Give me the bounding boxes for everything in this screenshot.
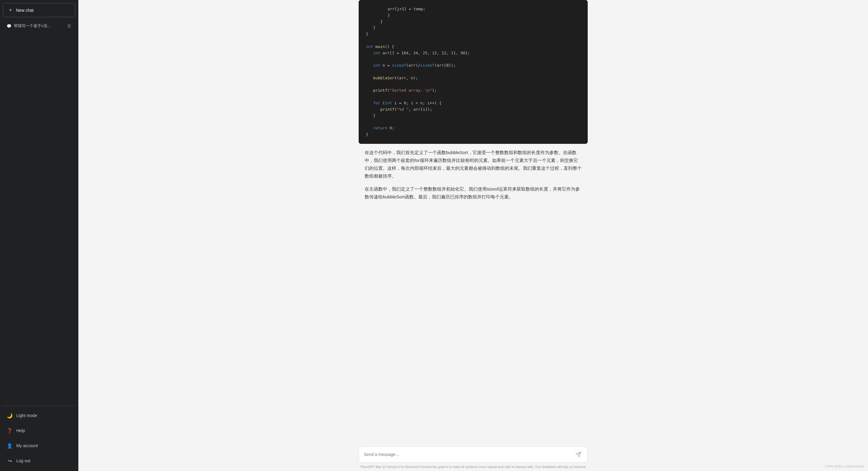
send-button[interactable]: [574, 450, 583, 459]
main-content: arr[j+1] = temp; } } } } int main() { in…: [79, 0, 868, 471]
moon-icon: 🌙: [7, 412, 13, 418]
input-box: [359, 446, 588, 463]
light-mode-item[interactable]: 🌙 Light mode: [3, 408, 75, 423]
code-pre: arr[j+1] = temp; } } } } int main() { in…: [359, 0, 588, 144]
light-mode-label: Light mode: [16, 413, 37, 418]
history-item-0[interactable]: 💬 帮我写一个基于c语... 🗑: [3, 20, 75, 32]
my-account-label: My account: [16, 443, 38, 448]
help-icon: ❓: [7, 428, 13, 434]
sidebar-divider: [3, 406, 75, 406]
explanation-p1: 在这个代码中，我们首先定义了一个函数bubbleSort，它接受一个整数数组和数…: [365, 149, 582, 180]
my-account-item[interactable]: 👤 My account: [3, 438, 75, 453]
message-input[interactable]: [364, 451, 574, 458]
explanation-p2: 在主函数中，我们定义了一个整数数组并初始化它。我们使用sizeof运算符来获取数…: [365, 185, 582, 201]
text-response: 在这个代码中，我们首先定义了一个函数bubbleSort，它接受一个整数数组和数…: [359, 149, 588, 201]
history-item-label-0: 帮我写一个基于c语...: [14, 23, 50, 29]
help-item[interactable]: ❓ Help: [3, 423, 75, 438]
logout-icon: ↪: [7, 458, 13, 464]
chat-history: 💬 帮我写一个基于c语... 🗑: [3, 20, 75, 32]
input-area: PlumGPT Mar 14 Version.Fre Research Prev…: [79, 441, 868, 471]
footer-text: PlumGPT Mar 14 Version.Fre Research Prev…: [361, 465, 586, 469]
chat-area: arr[j+1] = temp; } } } } int main() { in…: [79, 0, 868, 441]
help-label: Help: [16, 428, 25, 433]
chat-icon: 💬: [7, 24, 11, 28]
send-icon: [575, 451, 581, 458]
new-chat-button[interactable]: ＋ New chat: [3, 3, 75, 17]
delete-icon[interactable]: 🗑: [67, 23, 72, 29]
new-chat-label: New chat: [16, 8, 33, 13]
log-out-item[interactable]: ↪ Log out: [3, 453, 75, 468]
log-out-label: Log out: [16, 458, 30, 463]
sidebar: ＋ New chat 💬 帮我写一个基于c语... 🗑 🌙 Light mode…: [0, 0, 79, 471]
code-block: arr[j+1] = temp; } } } } int main() { in…: [359, 0, 588, 144]
watermark: CSDN @来自上海的这位朋友: [825, 464, 864, 469]
account-icon: 👤: [7, 443, 13, 449]
plus-icon: ＋: [8, 7, 13, 13]
